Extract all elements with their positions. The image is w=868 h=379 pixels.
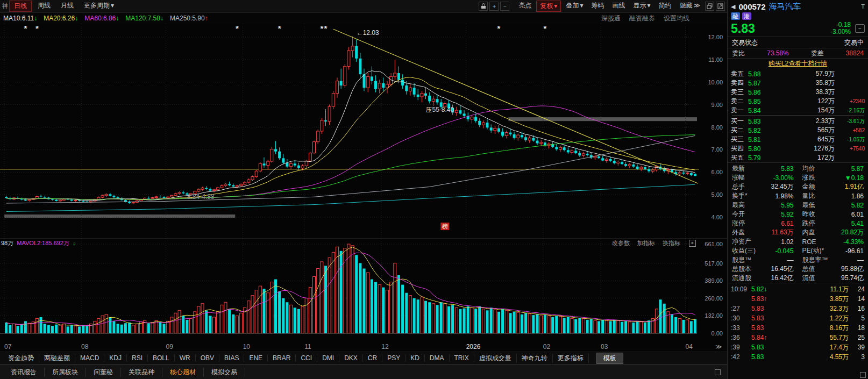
close-icon[interactable]: × <box>689 240 696 247</box>
toolbar-button-label: 隐藏 <box>679 2 692 9</box>
bottom-tab-1[interactable]: 所属板块 <box>45 368 86 377</box>
ma-trend-arrow: ↑ <box>205 15 208 22</box>
period-tab-3[interactable]: 更多周期▾ <box>80 1 118 12</box>
indicator-item-1[interactable]: 两融差额 <box>39 354 75 363</box>
indicator-item-14[interactable]: CR <box>363 354 382 362</box>
cascade-windows-icon[interactable] <box>705 2 714 11</box>
book-level-label: 买一 <box>731 117 748 126</box>
ask-row-3: 卖二5.85122万+2340 <box>731 97 865 106</box>
indicator-item-3[interactable]: KDJ <box>104 354 127 362</box>
indicator-item-13[interactable]: DKX <box>339 354 363 362</box>
indicator-item-18[interactable]: TRIX <box>450 354 474 362</box>
template-button[interactable]: 模板 <box>596 353 623 364</box>
tick-list[interactable]: 10:095.82↓11.1万245.83↑3.85万14:275.8332.3… <box>728 283 868 370</box>
period-tab-label: 月线 <box>61 2 74 9</box>
stats-row-7: 外盘11.63万内盘20.82万 <box>728 228 868 237</box>
toolbar-button-3[interactable]: 筹码 <box>588 1 607 12</box>
toolbar-button-0[interactable]: 亮点 <box>515 1 535 12</box>
tick-price-value: 5.83 <box>751 344 764 351</box>
vol-tool-link-0[interactable]: 改参数 <box>612 239 630 247</box>
indicator-item-2[interactable]: MACD <box>75 354 104 362</box>
ask-row-0: 卖五5.8857.9万 <box>731 69 865 78</box>
stats-cell: 量比1.86 <box>798 191 868 201</box>
collapse-icon[interactable]: − <box>855 24 865 33</box>
bottom-tab-4[interactable]: 核心题材 <box>162 368 204 377</box>
ma-trend-arrow: ↓ <box>160 15 163 22</box>
l2-link[interactable]: 购买L2查看十档行情 <box>769 59 827 68</box>
market-link-2[interactable]: 设置均线 <box>664 14 689 23</box>
tick-volume: 32.3万 <box>776 304 849 313</box>
indicator-item-11[interactable]: CCI <box>296 354 317 362</box>
stat-value: -0.045 <box>775 247 793 255</box>
tick-volume: 8.16万 <box>776 324 849 333</box>
ask-row-4: 卖一5.84154万-2.16万 <box>731 106 865 115</box>
zoom-out-icon[interactable]: － <box>500 2 509 11</box>
volume-chart[interactable]: 661.00517.00389.00260.00132.000.00 <box>0 238 727 342</box>
book-level-label: 卖四 <box>731 78 748 88</box>
indicator-item-0[interactable]: 资金趋势 <box>3 354 39 363</box>
indicator-item-7[interactable]: OBV <box>196 354 219 362</box>
indicator-item-8[interactable]: BIAS <box>219 354 244 362</box>
indicator-item-19[interactable]: 虚拟成交量 <box>474 354 517 363</box>
bid-row-0: 买一5.832.33万-3.61万 <box>731 117 865 126</box>
toolbar-button-2[interactable]: 叠加▾ <box>563 1 586 12</box>
tick-price-value: 5.83 <box>751 295 764 303</box>
panel-toggle-icon[interactable] <box>715 369 721 375</box>
back-arrow-icon[interactable]: ◀ <box>731 3 735 10</box>
indicator-item-5[interactable]: BOLL <box>148 354 175 362</box>
weibi-row: 委比 73.58% 委差 38824 <box>728 48 868 58</box>
stat-label: 最新 <box>732 164 745 173</box>
bottom-tab-3[interactable]: 关联品种 <box>121 368 162 377</box>
month-label-07: 07 <box>4 343 11 351</box>
period-tab-2[interactable]: 月线 <box>56 1 78 12</box>
toolbar-button-1[interactable]: 复权▾ <box>536 1 561 12</box>
toolbar-button-4[interactable]: 画线 <box>609 1 628 12</box>
bottom-tab-5[interactable]: 模拟交易 <box>204 368 245 377</box>
indicator-item-15[interactable]: PSY <box>382 354 405 362</box>
indicator-item-16[interactable]: KD <box>405 354 425 362</box>
period-tab-1[interactable]: 周线 <box>33 1 55 12</box>
vol-tool-link-2[interactable]: 换指标 <box>663 239 680 247</box>
tick-row-2: :275.8332.3万16 <box>731 304 865 313</box>
stats-cell: ROE-4.33% <box>798 237 868 246</box>
expand-window-icon[interactable] <box>716 2 725 11</box>
svg-text:9.00: 9.00 <box>712 102 723 108</box>
indicator-item-4[interactable]: RSI <box>127 354 148 362</box>
stock-name[interactable]: 海马汽车 <box>769 2 801 12</box>
toolbar-button-7[interactable]: 隐藏≫ <box>676 1 703 12</box>
stat-label: 总值 <box>802 264 815 274</box>
stat-value: 16.42亿 <box>771 274 793 283</box>
market-link-0[interactable]: 深股通 <box>601 14 621 23</box>
indicator-item-20[interactable]: 神奇九转 <box>517 354 553 363</box>
stat-label: 总手 <box>732 182 745 191</box>
toolbar-button-5[interactable]: 显示▾ <box>630 1 653 12</box>
period-tab-0[interactable]: 日线 <box>9 1 32 12</box>
indicator-item-12[interactable]: DMI <box>317 354 339 362</box>
bid-row-1: 买二5.82565万+582 <box>731 126 865 135</box>
bottom-tab-0[interactable]: 资讯报告 <box>3 368 45 377</box>
indicator-item-21[interactable]: 更多指标 <box>553 354 589 363</box>
indicator-item-9[interactable]: ENE <box>244 354 268 362</box>
tick-price-value: 5.83 <box>751 353 764 361</box>
book-level-label: 卖三 <box>731 88 748 97</box>
stat-value: 11.63万 <box>771 228 793 237</box>
zoom-in-icon[interactable]: ＋ <box>489 2 499 11</box>
market-link-1[interactable]: 融资融券 <box>629 14 655 23</box>
month-label-12: 12 <box>381 343 388 351</box>
scroll-right-icon[interactable]: ≫ <box>715 343 722 351</box>
panel-corner-label[interactable]: T <box>861 3 865 10</box>
stock-trading-app: 神 日线周线月线更多周期▾ ＋ － 亮点复权▾叠加▾筹码画线显示▾简约隐藏≫ M… <box>0 0 868 379</box>
toolbar-button-6[interactable]: 简约 <box>655 1 674 12</box>
weibi-label: 委比 <box>732 49 745 58</box>
vol-tool-link-1[interactable]: 加指标 <box>637 239 655 247</box>
tick-time: :36 <box>731 334 751 341</box>
stats-row-2: 总手32.45万金额1.91亿 <box>728 182 868 191</box>
candlestick-chart[interactable]: 12.0011.0010.009.008.007.006.005.004.00←… <box>0 24 727 238</box>
indicator-item-17[interactable]: DMA <box>425 354 450 362</box>
panel-view-icon[interactable] <box>860 372 866 378</box>
bottom-tab-2[interactable]: 问董秘 <box>86 368 121 377</box>
indicator-item-10[interactable]: BRAR <box>268 354 296 362</box>
lock-icon[interactable] <box>479 2 488 11</box>
indicator-item-6[interactable]: WR <box>175 354 196 362</box>
stat-value: 1.91亿 <box>845 182 864 191</box>
